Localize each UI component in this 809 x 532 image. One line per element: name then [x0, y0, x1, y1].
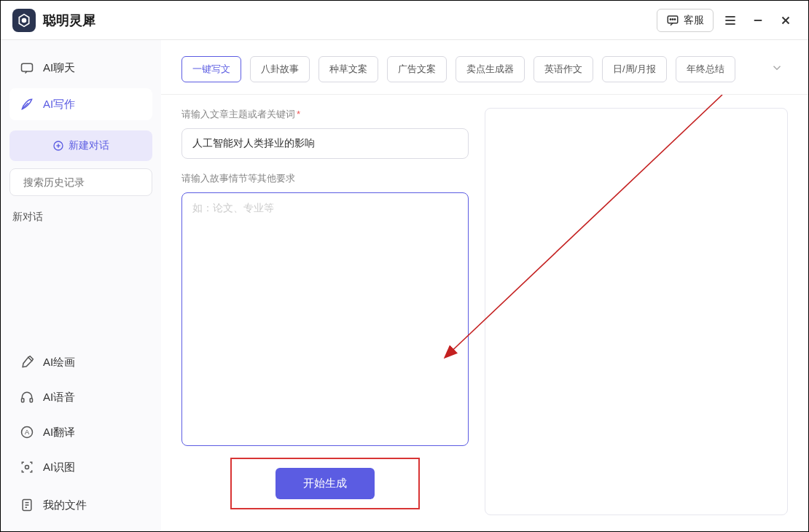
topic-field-label: 请输入文章主题或者关键词* — [181, 108, 469, 121]
main-content: 一键写文 八卦故事 种草文案 广告文案 卖点生成器 英语作文 日/周/月报 年终… — [161, 40, 808, 531]
chat-bubble-icon — [20, 60, 34, 75]
category-tab[interactable]: 种草文案 — [318, 56, 378, 82]
support-label: 客服 — [684, 14, 704, 27]
svg-point-0 — [23, 18, 26, 22]
svg-point-2 — [670, 18, 671, 20]
chevron-down-icon — [770, 61, 783, 74]
search-input[interactable] — [23, 176, 151, 188]
category-tab[interactable]: 广告文案 — [387, 56, 447, 82]
sidebar-item-label: AI写作 — [43, 98, 75, 112]
svg-rect-11 — [22, 63, 33, 71]
generate-highlight-box: 开始生成 — [230, 458, 420, 509]
sidebar-item-label: AI聊天 — [43, 61, 75, 75]
output-panel — [485, 108, 788, 515]
menu-icon[interactable] — [719, 9, 741, 31]
document-icon — [20, 498, 34, 512]
sidebar-item-label: AI语音 — [43, 391, 75, 404]
sidebar-item-writing[interactable]: AI写作 — [9, 88, 152, 120]
conversation-item[interactable]: 新对话 — [12, 211, 149, 224]
support-button[interactable]: 客服 — [657, 9, 714, 32]
close-button[interactable] — [775, 9, 797, 31]
category-tab[interactable]: 八卦故事 — [250, 56, 310, 82]
translate-icon: A — [20, 425, 34, 439]
app-title: 聪明灵犀 — [43, 12, 95, 29]
headphones-icon — [20, 390, 34, 404]
category-tab[interactable]: 日/周/月报 — [602, 56, 667, 82]
new-conversation-label: 新建对话 — [69, 139, 109, 152]
svg-point-3 — [672, 18, 673, 20]
category-tabs: 一键写文 八卦故事 种草文案 广告文案 卖点生成器 英语作文 日/周/月报 年终… — [161, 40, 808, 95]
sidebar-item-label: AI识图 — [43, 461, 75, 474]
sidebar-item-myfiles[interactable]: 我的文件 — [9, 490, 152, 520]
category-tab[interactable]: 英语作文 — [534, 56, 593, 82]
sidebar-item-voice[interactable]: AI语音 — [9, 381, 152, 413]
sidebar-item-label: AI绘画 — [43, 356, 75, 369]
minimize-button[interactable] — [747, 9, 769, 31]
sidebar-item-label: AI翻译 — [43, 426, 75, 439]
detail-field-label: 请输入故事情节等其他要求 — [181, 172, 469, 185]
form-column: 请输入文章主题或者关键词* 请输入故事情节等其他要求 开始生成 — [181, 108, 469, 515]
sidebar-item-translate[interactable]: A AI翻译 — [9, 416, 152, 448]
new-conversation-button[interactable]: 新建对话 — [9, 130, 152, 161]
chat-icon — [666, 14, 679, 27]
brush-icon — [20, 355, 34, 369]
detail-textarea[interactable] — [181, 192, 469, 446]
app-logo — [12, 9, 36, 32]
category-tab[interactable]: 一键写文 — [181, 56, 241, 82]
svg-rect-18 — [22, 399, 24, 402]
sidebar: AI聊天 AI写作 新建对话 新对话 — [1, 40, 161, 531]
search-input-container[interactable] — [9, 168, 152, 196]
category-tab[interactable]: 卖点生成器 — [456, 56, 525, 82]
svg-text:A: A — [25, 429, 30, 436]
feather-icon — [20, 97, 34, 112]
topic-input[interactable] — [181, 128, 469, 159]
titlebar: 聪明灵犀 客服 — [1, 1, 808, 40]
sidebar-item-ocr[interactable]: AI识图 — [9, 451, 152, 483]
svg-point-22 — [26, 466, 29, 469]
category-tab[interactable]: 年终总结 — [676, 56, 735, 82]
svg-point-4 — [674, 18, 676, 20]
sidebar-item-drawing[interactable]: AI绘画 — [9, 346, 152, 378]
image-scan-icon — [20, 460, 34, 474]
svg-rect-19 — [30, 399, 32, 402]
sidebar-item-label: 我的文件 — [43, 498, 87, 512]
generate-button[interactable]: 开始生成 — [275, 468, 375, 499]
plus-circle-icon — [52, 140, 64, 152]
expand-categories-button[interactable] — [766, 57, 788, 82]
sidebar-item-chat[interactable]: AI聊天 — [9, 52, 152, 84]
